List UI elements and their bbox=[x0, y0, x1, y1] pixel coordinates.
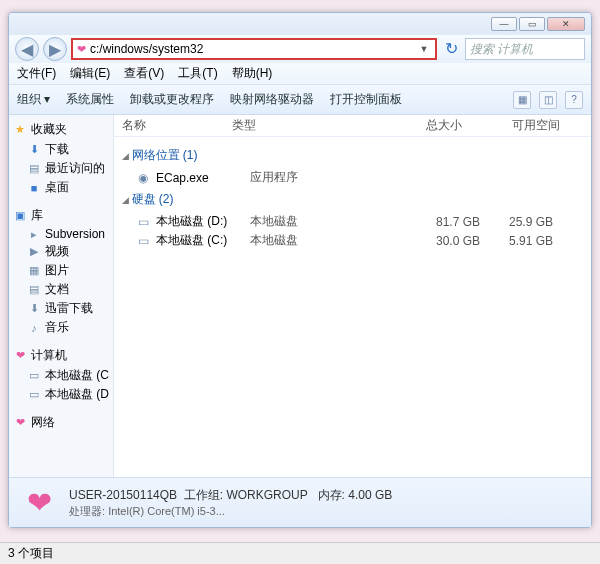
sidebar-videos[interactable]: ▶视频 bbox=[13, 242, 109, 261]
sidebar-item-label: 最近访问的 bbox=[45, 160, 105, 177]
heart-icon: ❤ bbox=[77, 43, 86, 56]
address-dropdown-icon[interactable]: ▼ bbox=[417, 44, 431, 54]
group-network-location[interactable]: 网络位置 (1) bbox=[122, 147, 583, 164]
item-free: 25.9 GB bbox=[500, 215, 583, 229]
cpu-label: 处理器: bbox=[69, 505, 105, 517]
menu-help[interactable]: 帮助(H) bbox=[232, 65, 273, 82]
memory-value: 4.00 GB bbox=[348, 488, 392, 502]
heart-icon: ❤ bbox=[19, 483, 59, 523]
sidebar-item-label: 下载 bbox=[45, 141, 69, 158]
item-name: ECap.exe bbox=[156, 171, 250, 185]
sidebar-item-label: 迅雷下载 bbox=[45, 300, 93, 317]
maximize-button[interactable]: ▭ bbox=[519, 17, 545, 31]
list-item-disk-d[interactable]: ▭ 本地磁盘 (D:) 本地磁盘 81.7 GB 25.9 GB bbox=[122, 212, 583, 231]
refresh-button[interactable]: ↻ bbox=[441, 39, 461, 59]
item-total: 81.7 GB bbox=[370, 215, 500, 229]
menu-bar: 文件(F) 编辑(E) 查看(V) 工具(T) 帮助(H) bbox=[9, 63, 591, 85]
details-pane: ❤ USER-20150114QB 工作组: WORKGROUP 内存: 4.0… bbox=[9, 477, 591, 527]
sidebar-item-label: 视频 bbox=[45, 243, 69, 260]
address-bar[interactable]: ❤ ▼ bbox=[71, 38, 437, 60]
uninstall-button[interactable]: 卸载或更改程序 bbox=[130, 91, 214, 108]
workgroup-label: 工作组: bbox=[184, 488, 223, 502]
organize-button[interactable]: 组织 ▾ bbox=[17, 91, 50, 108]
item-type: 本地磁盘 bbox=[250, 213, 370, 230]
sidebar-pictures[interactable]: ▦图片 bbox=[13, 261, 109, 280]
menu-tools[interactable]: 工具(T) bbox=[178, 65, 217, 82]
library-icon: ▣ bbox=[13, 209, 27, 223]
search-placeholder: 搜索 计算机 bbox=[470, 41, 533, 58]
sidebar-item-label: 库 bbox=[31, 207, 43, 224]
folder-icon: ▸ bbox=[27, 227, 41, 241]
heart-icon: ❤ bbox=[13, 349, 27, 363]
sidebar-documents[interactable]: ▤文档 bbox=[13, 280, 109, 299]
sidebar-libraries[interactable]: ▣库 bbox=[13, 207, 109, 224]
drive-icon: ▭ bbox=[138, 215, 156, 229]
sidebar-downloads[interactable]: ⬇下载 bbox=[13, 140, 109, 159]
sidebar-disk-d[interactable]: ▭本地磁盘 (D bbox=[13, 385, 109, 404]
sidebar-music[interactable]: ♪音乐 bbox=[13, 318, 109, 337]
system-properties-button[interactable]: 系统属性 bbox=[66, 91, 114, 108]
item-type: 应用程序 bbox=[250, 169, 370, 186]
menu-view[interactable]: 查看(V) bbox=[124, 65, 164, 82]
minimize-button[interactable]: — bbox=[491, 17, 517, 31]
sidebar-subversion[interactable]: ▸Subversion bbox=[13, 226, 109, 242]
drive-icon: ▭ bbox=[27, 369, 41, 383]
sidebar-item-label: 本地磁盘 (C bbox=[45, 367, 109, 384]
sidebar-item-label: 网络 bbox=[31, 414, 55, 431]
open-control-panel-button[interactable]: 打开控制面板 bbox=[330, 91, 402, 108]
col-type[interactable]: 类型 bbox=[232, 117, 352, 134]
status-text: 3 个项目 bbox=[8, 545, 54, 562]
heart-icon: ❤ bbox=[13, 416, 27, 430]
menu-file[interactable]: 文件(F) bbox=[17, 65, 56, 82]
list-item-ecap[interactable]: ◉ ECap.exe 应用程序 bbox=[122, 168, 583, 187]
back-button[interactable]: ◀ bbox=[15, 37, 39, 61]
column-headers: 名称 类型 总大小 可用空间 bbox=[114, 115, 591, 137]
col-name[interactable]: 名称 bbox=[122, 117, 232, 134]
item-free: 5.91 GB bbox=[500, 234, 583, 248]
sidebar-item-label: 文档 bbox=[45, 281, 69, 298]
sidebar-item-label: 图片 bbox=[45, 262, 69, 279]
col-free[interactable]: 可用空间 bbox=[482, 117, 591, 134]
sidebar-item-label: 计算机 bbox=[31, 347, 67, 364]
video-icon: ▶ bbox=[27, 245, 41, 259]
preview-pane-icon[interactable]: ◫ bbox=[539, 91, 557, 109]
computer-name: USER-20150114QB bbox=[69, 488, 177, 502]
help-icon[interactable]: ? bbox=[565, 91, 583, 109]
item-type: 本地磁盘 bbox=[250, 232, 370, 249]
sidebar-recent[interactable]: ▤最近访问的 bbox=[13, 159, 109, 178]
address-input[interactable] bbox=[90, 40, 417, 58]
col-total[interactable]: 总大小 bbox=[352, 117, 482, 134]
search-box[interactable]: 搜索 计算机 bbox=[465, 38, 585, 60]
picture-icon: ▦ bbox=[27, 264, 41, 278]
memory-label: 内存: bbox=[318, 488, 345, 502]
item-name: 本地磁盘 (D:) bbox=[156, 213, 250, 230]
drive-icon: ▭ bbox=[27, 388, 41, 402]
item-name: 本地磁盘 (C:) bbox=[156, 232, 250, 249]
navigation-row: ◀ ▶ ❤ ▼ ↻ 搜索 计算机 bbox=[9, 35, 591, 63]
list-item-disk-c[interactable]: ▭ 本地磁盘 (C:) 本地磁盘 30.0 GB 5.91 GB bbox=[122, 231, 583, 250]
download-icon: ⬇ bbox=[27, 143, 41, 157]
close-button[interactable]: ✕ bbox=[547, 17, 585, 31]
sidebar-desktop[interactable]: ■桌面 bbox=[13, 178, 109, 197]
music-icon: ♪ bbox=[27, 321, 41, 335]
title-bar: — ▭ ✕ bbox=[9, 13, 591, 35]
group-disks[interactable]: 硬盘 (2) bbox=[122, 191, 583, 208]
sidebar: ★收藏夹 ⬇下载 ▤最近访问的 ■桌面 ▣库 ▸Subversion ▶视频 ▦… bbox=[9, 115, 114, 477]
sidebar-item-label: 音乐 bbox=[45, 319, 69, 336]
toolbar: 组织 ▾ 系统属性 卸载或更改程序 映射网络驱动器 打开控制面板 ▦ ◫ ? bbox=[9, 85, 591, 115]
drive-icon: ▭ bbox=[138, 234, 156, 248]
app-icon: ◉ bbox=[138, 171, 156, 185]
view-mode-icon[interactable]: ▦ bbox=[513, 91, 531, 109]
forward-button[interactable]: ▶ bbox=[43, 37, 67, 61]
sidebar-disk-c[interactable]: ▭本地磁盘 (C bbox=[13, 366, 109, 385]
sidebar-computer[interactable]: ❤计算机 bbox=[13, 347, 109, 364]
map-network-drive-button[interactable]: 映射网络驱动器 bbox=[230, 91, 314, 108]
star-icon: ★ bbox=[13, 123, 27, 137]
sidebar-item-label: Subversion bbox=[45, 227, 105, 241]
status-bar: 3 个项目 bbox=[0, 542, 600, 564]
menu-edit[interactable]: 编辑(E) bbox=[70, 65, 110, 82]
sidebar-network[interactable]: ❤网络 bbox=[13, 414, 109, 431]
sidebar-favorites[interactable]: ★收藏夹 bbox=[13, 121, 109, 138]
workgroup-value: WORKGROUP bbox=[226, 488, 307, 502]
sidebar-xunlei[interactable]: ⬇迅雷下载 bbox=[13, 299, 109, 318]
